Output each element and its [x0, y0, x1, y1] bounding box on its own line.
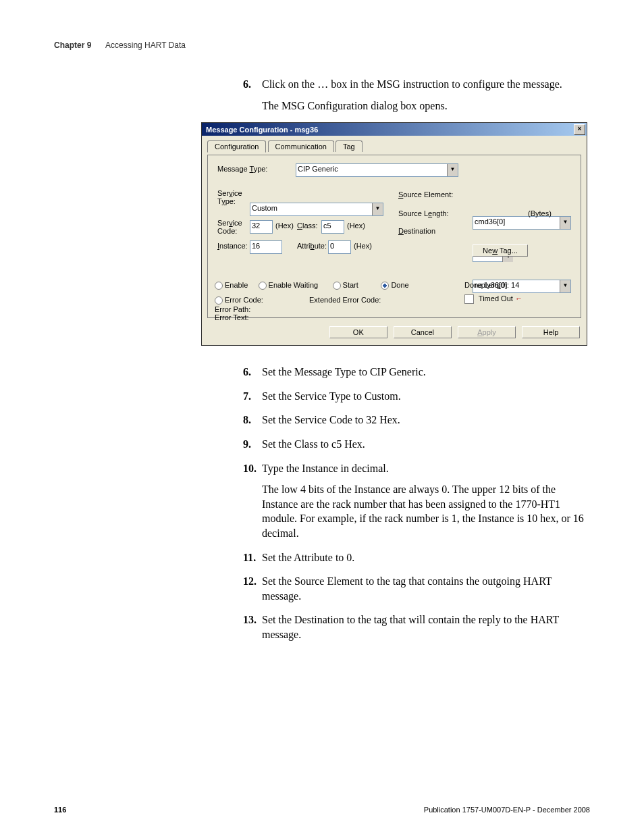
- close-icon[interactable]: ×: [574, 124, 585, 135]
- extended-error-label: Extended Error Code:: [309, 296, 381, 304]
- error-path-label: Error Path:: [215, 305, 250, 313]
- source-element-value: cmd36[0]: [475, 217, 505, 226]
- apply-button[interactable]: Apply: [458, 326, 516, 338]
- message-type-dropdown[interactable]: CIP Generic ▼: [296, 163, 458, 177]
- timed-out-checkbox[interactable]: Timed Out ←: [464, 294, 522, 304]
- service-code-value: 32: [252, 221, 260, 230]
- status-enable: Enable: [215, 281, 248, 289]
- source-element-label: Source Element:: [398, 190, 453, 199]
- status-start: Start: [333, 281, 358, 289]
- tab-communication[interactable]: Communication: [268, 140, 334, 152]
- attribute-input[interactable]: 0: [328, 240, 351, 254]
- message-type-label: Message Type:: [217, 165, 267, 173]
- step-14: Set the Destination to the tag that will…: [243, 613, 587, 642]
- class-hex-label: (Hex): [347, 221, 365, 230]
- new-tag-button[interactable]: New Tag...: [473, 244, 528, 257]
- error-text-label: Error Text:: [215, 313, 249, 321]
- attribute-label: Attribute:: [297, 242, 327, 250]
- checkbox-icon: [464, 294, 474, 304]
- tab-panel-configuration: Message Type: CIP Generic ▼ ServiceType:…: [207, 155, 581, 318]
- source-element-dropdown[interactable]: cmd36[0] ▼: [473, 216, 571, 230]
- status-done: Done: [381, 281, 408, 289]
- page-footer: 116 Publication 1757-UM007D-EN-P - Decem…: [54, 806, 590, 814]
- step-13: Set the Source Element to the tag that c…: [243, 574, 587, 603]
- source-length-label: Source Length:: [398, 209, 449, 217]
- chapter-title: Accessing HART Data: [105, 41, 186, 50]
- class-value: c5: [323, 221, 331, 230]
- instance-value: 16: [252, 242, 260, 250]
- step-11: Type the Instance in decimal. The low 4 …: [243, 461, 587, 541]
- ok-button[interactable]: OK: [329, 326, 387, 338]
- status-enable-waiting: Enable Waiting: [259, 281, 319, 289]
- service-type-label: ServiceType:: [217, 189, 242, 205]
- step-9: Set the Service Code to 32 Hex.: [243, 413, 587, 427]
- attribute-hex-label: (Hex): [354, 242, 372, 250]
- dialog-titlebar: Message Configuration - msg36 ×: [202, 123, 587, 136]
- class-label: Class:: [297, 221, 318, 230]
- chevron-down-icon: ▼: [560, 217, 570, 229]
- bytes-label: (Bytes): [528, 209, 552, 217]
- page-number: 116: [54, 806, 66, 814]
- step-7: Set the Message Type to CIP Generic.: [243, 365, 587, 380]
- steps-after-figure: Set the Message Type to CIP Generic. Set…: [243, 365, 587, 642]
- tab-tag[interactable]: Tag: [336, 140, 363, 152]
- step-8: Set the Service Type to Custom.: [243, 389, 587, 404]
- message-type-value: CIP Generic: [298, 165, 338, 173]
- publication-id: Publication 1757-UM007D-EN-P - December …: [424, 806, 590, 814]
- service-type-value: Custom: [252, 204, 277, 212]
- timed-out-arrow-icon: ←: [515, 294, 522, 303]
- service-type-dropdown[interactable]: Custom ▼: [250, 203, 383, 216]
- attribute-value: 0: [330, 242, 334, 250]
- chevron-down-icon: ▼: [447, 164, 458, 176]
- steps-before-figure: Click on the … box in the MSG instructio…: [243, 77, 587, 113]
- cancel-button[interactable]: Cancel: [394, 326, 452, 338]
- dialog-tabs: Configuration Communication Tag: [202, 136, 587, 155]
- class-input[interactable]: c5: [321, 220, 344, 234]
- chevron-down-icon: ▼: [372, 203, 383, 215]
- step-12: Set the Attribute to 0.: [243, 550, 587, 565]
- step-11-note: The low 4 bits of the Instance are alway…: [262, 482, 587, 540]
- step-6: Click on the … box in the MSG instructio…: [243, 77, 587, 113]
- service-code-label: ServiceCode:: [217, 219, 242, 235]
- service-code-input[interactable]: 32: [250, 220, 273, 234]
- message-configuration-dialog: Message Configuration - msg36 × Configur…: [201, 122, 587, 346]
- instance-label: Instance:: [217, 242, 248, 250]
- dialog-button-row: OK Cancel Apply Help: [202, 322, 587, 345]
- running-header: Chapter 9 Accessing HART Data: [54, 41, 590, 50]
- step-6-text: Click on the … box in the MSG instructio…: [262, 78, 562, 90]
- step-10: Set the Class to c5 Hex.: [243, 437, 587, 452]
- step-6-after: The MSG Configuration dialog box opens.: [262, 99, 587, 113]
- instance-input[interactable]: 16: [250, 240, 282, 254]
- destination-label: Destination: [398, 227, 435, 235]
- tab-configuration[interactable]: Configuration: [207, 140, 266, 153]
- help-button[interactable]: Help: [522, 326, 580, 338]
- done-length-label: Done Length: 14: [464, 281, 519, 289]
- chapter-label: Chapter 9: [54, 41, 91, 50]
- dialog-title: Message Configuration - msg36: [206, 126, 318, 134]
- status-error-code: Error Code:: [215, 296, 263, 304]
- service-code-hex-label: (Hex): [275, 221, 294, 230]
